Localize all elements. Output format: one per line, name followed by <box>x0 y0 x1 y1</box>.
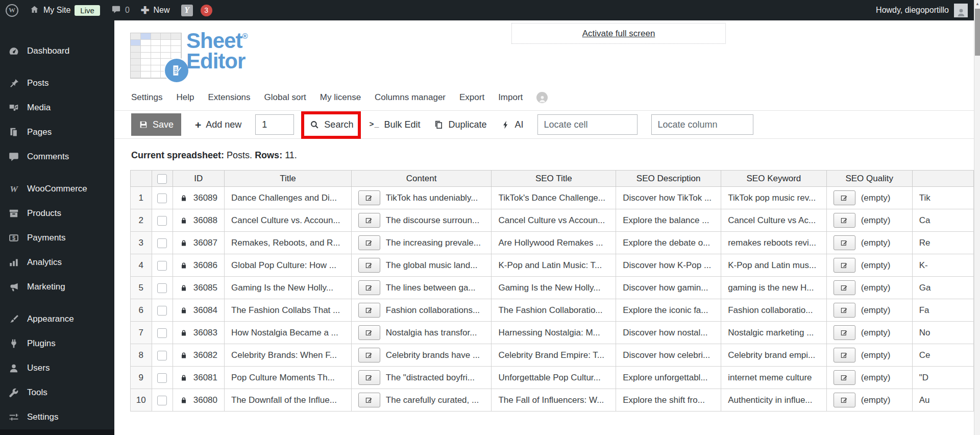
cell-title[interactable]: Dance Challenges and Di... <box>225 187 352 209</box>
cell-seo-keyword[interactable]: K-Pop and Latin mus... <box>721 254 827 277</box>
new-content-button[interactable]: ✚ New <box>135 0 176 20</box>
sidebar-item-payments[interactable]: $Payments <box>0 226 114 250</box>
duplicate-button[interactable]: Duplicate <box>434 119 486 130</box>
cell-seo-keyword[interactable]: Authenticity in influe... <box>721 389 827 412</box>
cell-seo-description[interactable]: Discover how nostal... <box>616 322 721 344</box>
cell-seo-keyword[interactable]: Cancel Culture vs Ac... <box>721 209 827 232</box>
cell-extra[interactable]: Tik <box>912 187 973 209</box>
edit-content-button[interactable] <box>358 213 380 228</box>
cell-seo-keyword[interactable]: gaming is the new H... <box>721 277 827 299</box>
edit-content-button[interactable] <box>358 325 380 340</box>
cell-content[interactable]: The global music land... <box>351 254 492 277</box>
cell-extra[interactable]: Fa <box>912 299 973 322</box>
cell-seo-keyword[interactable]: Celebrity brand empi... <box>721 344 827 367</box>
cell-seo-description[interactable]: Explore the iconic fa... <box>616 299 721 322</box>
row-checkbox[interactable] <box>157 328 167 338</box>
sidebar-item-comments[interactable]: Comments <box>0 144 114 169</box>
cell-seo-description[interactable]: Discover how gamin... <box>616 277 721 299</box>
user-avatar[interactable] <box>954 4 968 17</box>
cell-content[interactable]: Celebrity brands have ... <box>351 344 492 367</box>
row-checkbox[interactable] <box>157 194 167 203</box>
cell-seo-title[interactable]: Harnessing Nostalgia: M... <box>492 322 616 344</box>
profile-avatar-icon[interactable] <box>536 92 548 103</box>
cell-seo-title[interactable]: Gaming Is the New Holly... <box>492 277 616 299</box>
edit-seo-quality-button[interactable] <box>834 280 855 295</box>
sidebar-item-analytics[interactable]: Analytics <box>0 250 114 275</box>
cell-extra[interactable]: Ca <box>912 209 973 232</box>
tab-settings[interactable]: Settings <box>131 92 162 103</box>
howdy-account-link[interactable]: Howdy, diegoportillo <box>876 6 949 15</box>
sidebar-item-users[interactable]: Users <box>0 356 114 380</box>
locate-cell-input[interactable] <box>537 114 638 135</box>
row-number[interactable]: 7 <box>131 322 152 344</box>
cell-id[interactable]: 36089 <box>173 187 224 209</box>
cell-title[interactable]: Cancel Culture vs. Accoun... <box>225 209 352 232</box>
column-header-seo-description[interactable]: SEO Description <box>616 171 721 187</box>
edit-content-button[interactable] <box>358 303 380 318</box>
tab-import[interactable]: Import <box>498 92 523 103</box>
cell-seo-quality[interactable]: (empty) <box>826 254 912 277</box>
row-number[interactable]: 8 <box>131 344 152 367</box>
row-number[interactable]: 6 <box>131 299 152 322</box>
cell-content[interactable]: TikTok has undeniably... <box>351 187 492 209</box>
my-site-link[interactable]: My Site Live <box>24 0 106 20</box>
tab-help[interactable]: Help <box>176 92 194 103</box>
cell-content[interactable]: The carefully curated, ... <box>351 389 492 412</box>
cell-seo-description[interactable]: Explore the debate o... <box>616 232 721 254</box>
edit-content-button[interactable] <box>358 235 380 250</box>
cell-id[interactable]: 36084 <box>173 299 224 322</box>
locate-column-input[interactable] <box>651 114 753 135</box>
yoast-notifications[interactable]: Y 3 <box>176 0 218 20</box>
vertical-scrollbar[interactable]: ▲ <box>974 0 980 435</box>
cell-seo-description[interactable]: Explore the shift fro... <box>616 389 721 412</box>
edit-seo-quality-button[interactable] <box>834 393 855 407</box>
row-number[interactable]: 2 <box>131 209 152 232</box>
cell-extra[interactable]: Au <box>912 389 973 412</box>
cell-extra[interactable]: Ga <box>912 277 973 299</box>
cell-id[interactable]: 36082 <box>173 344 224 367</box>
wordpress-menu[interactable]: W <box>0 0 24 20</box>
column-header-id[interactable]: ID <box>173 171 224 187</box>
cell-seo-title[interactable]: Celebrity Brand Empire: T... <box>492 344 616 367</box>
cell-seo-quality[interactable]: (empty) <box>826 209 912 232</box>
scroll-up-arrow[interactable]: ▲ <box>974 0 980 8</box>
cell-id[interactable]: 36081 <box>173 367 224 389</box>
row-checkbox[interactable] <box>157 351 167 360</box>
cell-seo-description[interactable]: Discover how celebri... <box>616 344 721 367</box>
cell-seo-description[interactable]: Discover how TikTok ... <box>616 187 721 209</box>
edit-content-button[interactable] <box>358 258 380 273</box>
cell-id[interactable]: 36085 <box>173 277 224 299</box>
edit-seo-quality-button[interactable] <box>834 213 855 228</box>
cell-seo-quality[interactable]: (empty) <box>826 322 912 344</box>
cell-seo-quality[interactable]: (empty) <box>826 232 912 254</box>
sidebar-item-marketing[interactable]: Marketing <box>0 275 114 299</box>
row-checkbox[interactable] <box>157 261 167 271</box>
cell-id[interactable]: 36080 <box>173 389 224 412</box>
cell-seo-title[interactable]: The Fall of Influencers: W... <box>492 389 616 412</box>
sidebar-item-tools[interactable]: Tools <box>0 380 114 405</box>
edit-content-button[interactable] <box>358 190 380 205</box>
row-number[interactable]: 10 <box>131 389 152 412</box>
sidebar-item-woocommerce[interactable]: WWooCommerce <box>0 177 114 201</box>
cell-extra[interactable]: K- <box>912 254 973 277</box>
edit-seo-quality-button[interactable] <box>834 258 855 273</box>
column-header-content[interactable]: Content <box>351 171 492 187</box>
row-checkbox[interactable] <box>157 216 167 226</box>
row-number[interactable]: 1 <box>131 187 152 209</box>
sidebar-item-posts[interactable]: Posts <box>0 71 114 95</box>
cell-seo-description[interactable]: Explore the balance ... <box>616 209 721 232</box>
column-header-seo-keyword[interactable]: SEO Keyword <box>721 171 827 187</box>
row-checkbox[interactable] <box>157 283 167 293</box>
cell-id[interactable]: 36083 <box>173 322 224 344</box>
cell-title[interactable]: Gaming Is the New Holly... <box>225 277 352 299</box>
tab-columns-manager[interactable]: Columns manager <box>375 92 446 103</box>
scrollbar-thumb[interactable] <box>975 9 980 56</box>
cell-title[interactable]: Global Pop Culture: How ... <box>225 254 352 277</box>
cell-extra[interactable]: "D <box>912 367 973 389</box>
tab-extensions[interactable]: Extensions <box>208 92 250 103</box>
cell-id[interactable]: 36088 <box>173 209 224 232</box>
row-number[interactable]: 4 <box>131 254 152 277</box>
edit-content-button[interactable] <box>358 393 380 407</box>
cell-content[interactable]: Nostalgia has transfor... <box>351 322 492 344</box>
edit-seo-quality-button[interactable] <box>834 370 855 385</box>
